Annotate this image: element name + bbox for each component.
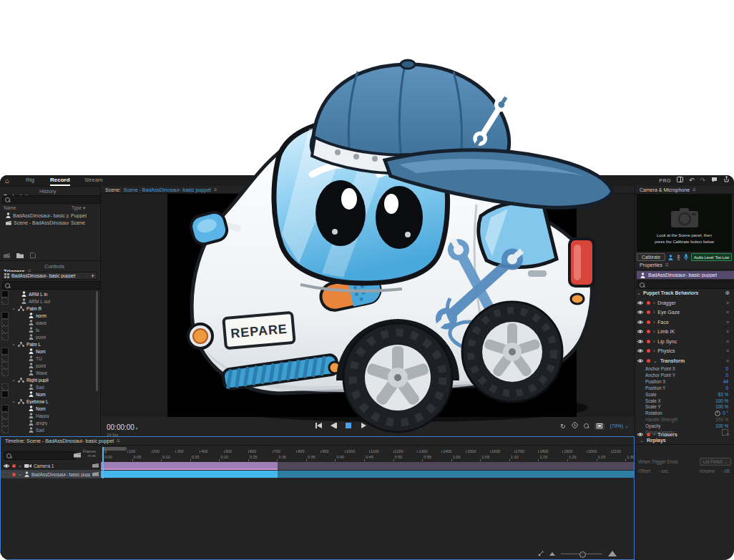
add-behavior-icon[interactable]: ⊕ [725,290,730,296]
trigger-group[interactable]: ⌄Palm R [1,305,99,312]
behavior-row-face[interactable]: ›Face≡ [637,318,732,327]
trigger-swatch[interactable] [1,419,9,426]
trigger-item[interactable]: angry [1,419,97,426]
track-header-1[interactable]: ⌄BadAssDinosaur- basic puppet [1,470,101,478]
trigger-group[interactable]: ⌄Eyebrow L [1,398,99,405]
trigger-swatch[interactable] [1,383,9,390]
rotation-icon[interactable] [715,411,720,416]
trigger-swatch[interactable] [1,355,9,362]
property-value[interactable]: 0 ° [723,411,728,416]
record-arm-dot[interactable] [12,464,16,468]
group-opacity-checkbox[interactable] [722,429,728,436]
trigger-swatch[interactable] [1,298,9,305]
trigger-item[interactable]: Sad [1,383,97,390]
tab-stream[interactable]: Stream [84,177,103,183]
trigger-swatch[interactable] [1,362,9,369]
eye-icon[interactable] [637,320,644,325]
chevron-down-icon[interactable]: ⌄ [18,463,22,468]
timeline-search-input[interactable] [4,451,75,460]
calibrate-button[interactable]: Calibrate [637,253,665,261]
eye-icon[interactable] [3,463,10,468]
zoom-in-timeline-icon[interactable] [608,551,617,556]
body-tracking-icon[interactable] [676,255,681,260]
property-value[interactable]: 100 % [715,417,728,422]
undo-icon[interactable]: ↶ [689,176,695,185]
eye-toggle-empty[interactable] [3,472,10,477]
trigger-item[interactable]: point [1,362,97,369]
trigger-swatch[interactable] [1,333,9,340]
row-menu-icon[interactable]: ≡ [726,348,729,353]
trigger-item[interactable]: tu [1,326,97,333]
property-value[interactable]: 0 [725,385,728,390]
track-header-0[interactable]: ⌄Camera 1 [1,461,101,470]
folder-icon[interactable] [16,252,24,258]
trigger-item[interactable]: Sad [1,426,97,433]
panel-menu-icon[interactable]: ≡ [693,187,696,193]
row-menu-icon[interactable]: ≡ [726,339,729,344]
property-value[interactable]: 0 [725,366,728,371]
behavior-row-limb-ik[interactable]: ›Limb IK≡ [637,327,732,336]
chevron-down-icon[interactable]: ⌄ [653,358,657,364]
property-value[interactable]: 100 % [715,404,728,409]
property-value[interactable]: 0 [725,373,728,378]
trigger-item[interactable]: Happy [1,412,97,419]
puppet-track-bar[interactable] [101,470,634,478]
record-arm-dot[interactable] [647,330,650,333]
trigger-swatch[interactable] [1,326,9,333]
redo-icon[interactable]: ↷ [700,176,705,185]
project-item-puppet[interactable]: BadAssDinosaur- basic puppet Puppet [6,212,97,218]
panel-menu-icon[interactable]: ≡ [665,262,669,268]
project-col-type[interactable]: Type ▾ [72,205,85,211]
trigger-item[interactable]: ARM L in [1,290,97,298]
record-arm-dot[interactable] [12,473,16,476]
record-arm-dot[interactable] [647,349,650,353]
behavior-row-transform[interactable]: ⌄Transform≡ [637,356,732,365]
trigger-swatch[interactable] [1,390,9,398]
trigger-swatch[interactable] [1,426,9,433]
triggers-search-input[interactable] [2,281,101,290]
chevron-down-icon[interactable]: ⌄ [11,398,16,404]
trigger-item[interactable]: point [1,333,97,340]
panel-menu-icon[interactable]: ≡ [117,438,120,444]
record-arm-dot[interactable] [647,340,650,343]
chevron-right-icon[interactable]: › [653,339,655,344]
tab-controls[interactable]: Controls [44,263,64,270]
trigger-item[interactable]: TU [1,355,97,362]
trigger-item[interactable]: ARM L out [1,298,97,305]
project-item-scene[interactable]: Scene - BadAssDinosaur- basic puppet Sce… [6,220,97,225]
behavior-row-dragger[interactable]: ›Dragger≡ [637,298,732,308]
chevron-right-icon[interactable]: › [653,310,655,315]
chevron-down-icon[interactable]: ⌄ [11,341,16,347]
record-arm-dot[interactable] [647,310,650,314]
tab-record[interactable]: Record [50,177,70,186]
behavior-row-physics[interactable]: ›Physics≡ [637,346,732,355]
project-search-input[interactable] [2,195,101,204]
trigger-swatch[interactable] [1,312,9,319]
eye-icon[interactable] [637,310,644,315]
properties-search-input[interactable] [637,280,734,289]
trigger-group[interactable]: ⌄Right pupil [1,376,99,383]
row-menu-icon[interactable]: ≡ [726,358,729,363]
property-value[interactable]: 100 % [715,423,728,428]
face-tracking-icon[interactable] [668,255,673,260]
tab-history[interactable]: History [39,188,56,195]
trigger-swatch[interactable] [1,369,9,376]
share-icon[interactable] [723,176,730,185]
trigger-item[interactable]: wave [1,319,97,326]
trigger-item[interactable]: Nom [1,405,97,412]
behaviors-section-header[interactable]: ⌄Puppet Track Behaviors ⊕ [637,290,732,296]
chevron-down-icon[interactable]: ⌄ [11,377,16,383]
chevron-right-icon[interactable]: › [653,348,655,353]
trigger-swatch[interactable] [1,412,9,419]
eye-icon[interactable] [637,348,644,353]
keyframe-tool-icon[interactable] [538,551,544,556]
behavior-row-lip-sync[interactable]: ›Lip Sync≡ [637,337,732,346]
chevron-down-icon[interactable]: ⌄ [11,305,16,311]
mss-label[interactable]: m:ss [74,453,96,458]
project-col-name[interactable]: Name [4,205,16,210]
trigger-item[interactable]: Nom [1,390,97,398]
microphone-icon[interactable] [684,254,688,260]
trigger-group[interactable]: ⌄Palm L [1,340,99,348]
triggers-scrollbar[interactable] [96,291,98,391]
chevron-right-icon[interactable]: › [653,300,655,305]
